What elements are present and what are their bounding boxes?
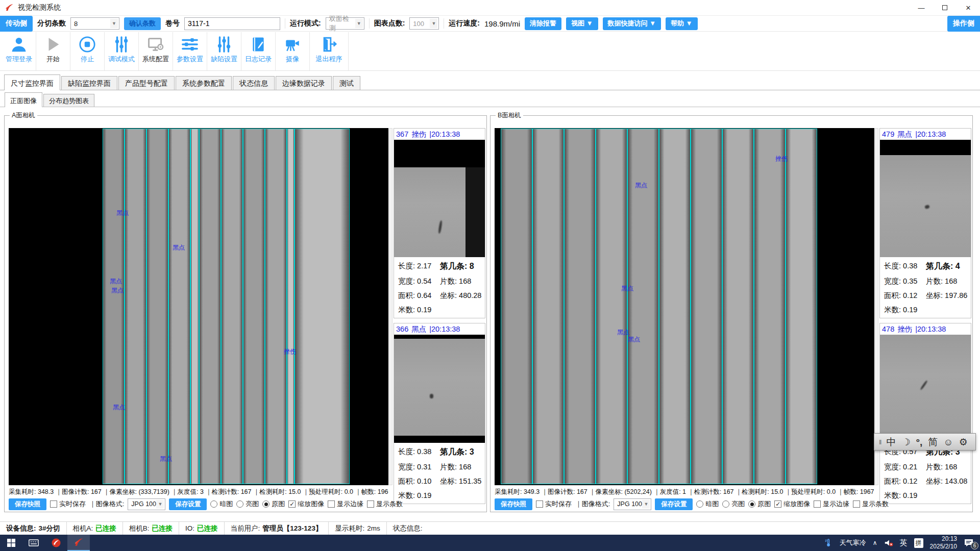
ime-language-bar[interactable]: ‖ 中 ☽ °, 简 ☺ ⚙	[874, 433, 976, 450]
notification-center-button[interactable]: 6	[964, 538, 975, 547]
parameter-settings-button[interactable]: 参数设置	[173, 32, 207, 70]
start-button[interactable]	[0, 535, 22, 551]
show-count-checkbox[interactable]: 显示条数	[853, 499, 889, 509]
app-status-bar: 设备信息:3#分切 相机A:已连接 相机B:已连接 IO:已连接 当前用户:管理…	[0, 521, 980, 535]
weather-text[interactable]: 天气寒冷	[840, 538, 866, 547]
original-image-radio[interactable]: 原图	[748, 499, 771, 509]
pinned-app-button[interactable]	[45, 535, 67, 551]
defect-label: 黑点	[173, 243, 185, 252]
view-menu-button[interactable]: 视图 ▼	[566, 17, 598, 30]
zoom-image-checkbox[interactable]: ✓缩放图像	[774, 499, 810, 509]
tab-product-model-config[interactable]: 产品型号配置	[118, 76, 175, 90]
emoji-icon[interactable]: ☺	[943, 437, 953, 447]
defect-card[interactable]: 479 黑点 |20:13:38 长度: 0.38 第几条: 4 宽度: 0.3…	[879, 128, 971, 318]
save-settings-button[interactable]: 保存设置	[655, 498, 693, 510]
image-format-dropdown[interactable]: JPG 100▼	[614, 498, 651, 510]
realtime-save-checkbox[interactable]: 实时保存	[50, 499, 86, 509]
tab-system-param-config[interactable]: 系统参数配置	[176, 76, 232, 90]
bright-image-radio[interactable]: 亮图	[236, 499, 259, 509]
roll-number-input[interactable]	[184, 17, 280, 30]
image-format-dropdown[interactable]: JPG 100▼	[128, 498, 165, 510]
dark-image-radio[interactable]: 暗图	[210, 499, 233, 509]
defect-time: |20:13:38	[429, 325, 460, 333]
start-button[interactable]: 开始	[36, 32, 70, 70]
save-settings-button[interactable]: 保存设置	[169, 498, 207, 510]
admin-login-button[interactable]: 管理登录	[2, 32, 36, 70]
ime-indicator[interactable]: 拼	[914, 538, 923, 548]
camera-a-panel: A面相机 黑点黑点黑点黑点挫伤黑点黑点 367 挫伤 |20:13:38 长度:…	[4, 115, 487, 512]
dark-image-radio[interactable]: 暗图	[696, 499, 719, 509]
divider	[369, 18, 370, 29]
active-app-button[interactable]	[67, 535, 90, 551]
debug-mode-button[interactable]: 调试模式	[105, 32, 139, 70]
connected-status: 已连接	[152, 524, 173, 533]
image-scrollbar[interactable]	[875, 128, 878, 485]
system-config-button[interactable]: 系统配置	[139, 32, 173, 70]
exit-program-button[interactable]: 退出程序	[310, 32, 349, 70]
image-scrollbar[interactable]	[389, 128, 393, 485]
tab-edge-data-record[interactable]: 边缘数据记录	[276, 76, 332, 90]
defect-card[interactable]: 367 挫伤 |20:13:38 长度: 2.17 第几条: 8 宽度: 0.5…	[394, 128, 485, 318]
close-button[interactable]: ✕	[957, 0, 980, 15]
tab-size-monitor[interactable]: 尺寸监控界面	[4, 74, 60, 90]
help-menu-button[interactable]: 帮助 ▼	[666, 17, 697, 30]
realtime-save-checkbox[interactable]: 实时保存	[536, 499, 572, 509]
show-edge-checkbox[interactable]: 显示边缘	[814, 499, 849, 509]
defect-card-list: 479 黑点 |20:13:38 长度: 0.38 第几条: 4 宽度: 0.3…	[879, 128, 971, 509]
defect-card[interactable]: 366 黑点 |20:13:38 长度: 0.38 第几条: 3 宽度: 0.3…	[394, 323, 485, 504]
confirm-count-button[interactable]: 确认条数	[124, 17, 161, 30]
defect-settings-button[interactable]: 缺陷设置	[207, 32, 241, 70]
subtab-front-image[interactable]: 正面图像	[5, 92, 42, 107]
language-indicator[interactable]: 英	[900, 538, 908, 548]
defect-card[interactable]: 478 挫伤 |20:13:38 长度: 0.57 第几条: 3 宽度: 0.2…	[879, 323, 971, 504]
main-toolbar: 传动侧 分切条数 8▼ 确认条数 卷号 运行模式: 双面检测▼ 图表点数: 10…	[0, 15, 980, 32]
run-mode-dropdown[interactable]: 双面检测▼	[326, 17, 364, 30]
film-strip	[146, 129, 168, 484]
sub-tab-bar: 正面图像 分布趋势图表	[0, 92, 980, 107]
drag-handle-icon[interactable]: ‖	[879, 438, 880, 446]
chart-points-dropdown[interactable]: 100▼	[409, 17, 439, 30]
tab-status-info[interactable]: 状态信息	[233, 76, 275, 90]
maximize-button[interactable]	[933, 0, 957, 15]
drive-side-button[interactable]: 传动侧	[0, 16, 33, 32]
subtab-trend-chart[interactable]: 分布趋势图表	[43, 94, 94, 107]
quick-access-menu-button[interactable]: 数据快捷访问 ▼	[603, 17, 661, 30]
simplified-chinese-button[interactable]: 简	[928, 437, 938, 447]
defect-label: 黑点	[113, 403, 125, 412]
slit-count-dropdown[interactable]: 8▼	[70, 17, 119, 30]
tab-defect-monitor[interactable]: 缺陷监控界面	[61, 76, 117, 90]
current-user-segment: 当前用户:管理员【123-123】	[225, 522, 329, 535]
tray-chevron-icon[interactable]: ∧	[873, 539, 877, 546]
punctuation-mode-icon[interactable]: °,	[916, 437, 922, 447]
camera-capture-button[interactable]: 摄像	[276, 32, 310, 70]
operate-side-button[interactable]: 操作侧	[947, 16, 980, 32]
gear-icon[interactable]: ⚙	[959, 437, 968, 447]
tab-test[interactable]: 测试	[333, 76, 360, 90]
ime-chinese-mode-button[interactable]: 中	[886, 437, 896, 447]
run-mode-label: 运行模式:	[290, 19, 321, 28]
show-edge-checkbox[interactable]: 显示边缘	[328, 499, 363, 509]
app-logo-icon	[74, 537, 84, 547]
radio-icon	[722, 500, 729, 508]
original-image-radio[interactable]: 原图	[262, 499, 285, 509]
taskbar-clock[interactable]: 20:13 2025/2/10	[930, 535, 957, 550]
camera-b-panel: B面相机 挫伤黑点黑点黑点黑点 479 黑点 |20:13:38 长度: 0.3…	[490, 115, 973, 512]
chart-points-value: 100	[413, 20, 424, 28]
bright-image-radio[interactable]: 亮图	[722, 499, 745, 509]
touch-keyboard-button[interactable]	[22, 535, 45, 551]
save-snapshot-button[interactable]: 保存快照	[495, 498, 532, 510]
log-record-button[interactable]: 日志记录	[241, 32, 276, 70]
camera-a-live-image: 黑点黑点黑点黑点挫伤黑点黑点	[9, 128, 388, 485]
minimize-button[interactable]: —	[910, 0, 933, 15]
film-strip	[265, 129, 287, 484]
notification-badge: 6	[971, 542, 978, 549]
moon-fullwidth-icon[interactable]: ☽	[901, 437, 910, 447]
show-count-checkbox[interactable]: 显示条数	[367, 499, 403, 509]
divider	[285, 18, 285, 29]
clear-alarm-button[interactable]: 清除报警	[525, 17, 561, 30]
stop-button[interactable]: 停止	[70, 32, 105, 70]
zoom-image-checkbox[interactable]: ✓缩放图像	[288, 499, 324, 509]
checkbox-checked-icon: ✓	[288, 500, 296, 508]
save-snapshot-button[interactable]: 保存快照	[9, 498, 46, 510]
speaker-muted-icon[interactable]	[884, 539, 893, 547]
